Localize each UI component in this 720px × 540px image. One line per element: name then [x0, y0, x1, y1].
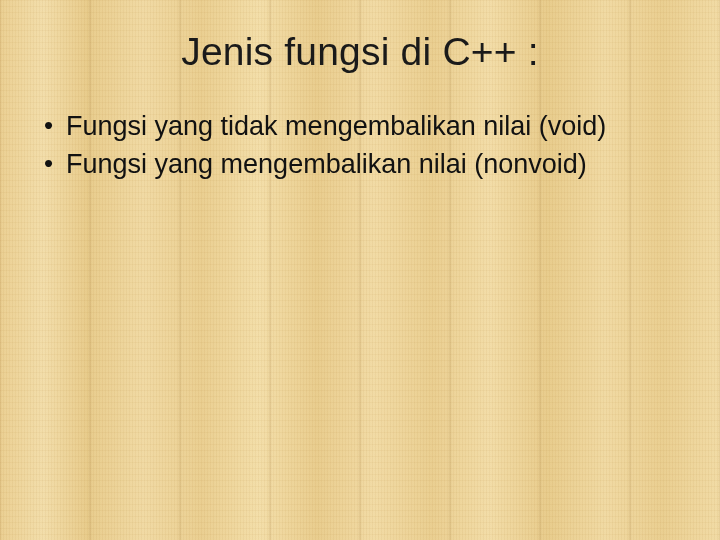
list-item: Fungsi yang tidak mengembalikan nilai (v… — [38, 108, 682, 144]
list-item: Fungsi yang mengembalikan nilai (nonvoid… — [38, 146, 682, 182]
bullet-list: Fungsi yang tidak mengembalikan nilai (v… — [38, 108, 682, 183]
slide-title: Jenis fungsi di C++ : — [38, 30, 682, 74]
slide: Jenis fungsi di C++ : Fungsi yang tidak … — [0, 0, 720, 540]
